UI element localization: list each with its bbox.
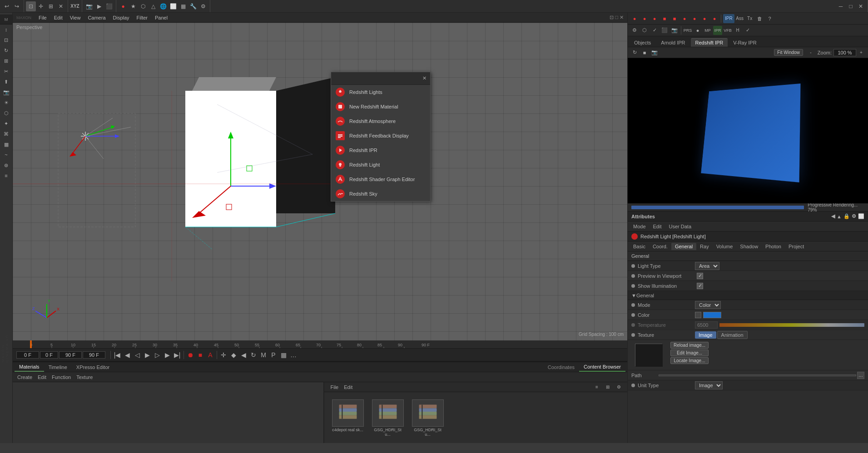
dropdown-item-shader[interactable]: Redshift Shader Graph Editor bbox=[331, 172, 430, 187]
rt-help[interactable]: ? bbox=[765, 14, 774, 23]
rt-trash[interactable]: 🗑 bbox=[755, 14, 764, 23]
tab-timeline[interactable]: Timeline bbox=[44, 363, 72, 371]
cb-edit[interactable]: Edit bbox=[341, 384, 355, 391]
window-maximize[interactable]: □ bbox=[846, 1, 856, 11]
attr-path-browse-btn[interactable]: … bbox=[857, 372, 864, 379]
mode-btn-3[interactable]: ⊞ bbox=[46, 1, 56, 11]
attr-sec-general[interactable]: General bbox=[671, 243, 696, 250]
playback-prev[interactable]: ◀ bbox=[238, 350, 248, 360]
playback-param[interactable]: P bbox=[268, 350, 278, 360]
current-frame-display[interactable]: 0 F bbox=[16, 351, 39, 359]
mode-btn-1[interactable]: ⊡ bbox=[26, 1, 36, 11]
render-to-picture[interactable]: ⬛ bbox=[104, 1, 114, 11]
rt2-btn-2[interactable]: ⬡ bbox=[640, 26, 649, 35]
dropdown-item-ipr[interactable]: Redshift IPR bbox=[331, 143, 430, 158]
menu-panel[interactable]: Panel bbox=[151, 14, 171, 21]
menu-edit[interactable]: Edit bbox=[50, 14, 66, 21]
sidebar-icon-move[interactable]: ↕ bbox=[1, 25, 11, 34]
window-close[interactable]: ✕ bbox=[856, 1, 866, 11]
ipr-stop[interactable]: ■ bbox=[640, 48, 649, 57]
cb-view-list[interactable]: ≡ bbox=[592, 382, 602, 392]
attr-sec-ray[interactable]: Ray bbox=[696, 243, 713, 250]
attr-mode-select[interactable]: Color bbox=[695, 301, 721, 309]
tab-coordinates[interactable]: Coordinates bbox=[543, 363, 579, 371]
sidebar-icon-particles[interactable]: ✦ bbox=[1, 118, 11, 128]
playback-more[interactable]: … bbox=[288, 350, 298, 360]
attr-illumination-checkbox[interactable]: ✓ bbox=[697, 283, 703, 289]
ipr-camera[interactable]: 📷 bbox=[650, 48, 659, 57]
sidebar-icon-camera[interactable]: 📷 bbox=[1, 87, 11, 97]
attr-edit-image-btn[interactable]: Edit Image... bbox=[670, 350, 709, 356]
tab-redshift-ipr[interactable]: Redshift IPR bbox=[691, 38, 728, 47]
rt-btn-9[interactable]: ● bbox=[710, 14, 719, 23]
attr-general-subheader[interactable]: ▼ General bbox=[628, 291, 868, 300]
undo-btn[interactable]: ↩ bbox=[2, 1, 12, 11]
attr-unit-type-select[interactable]: Image bbox=[695, 381, 723, 389]
playback-go-end[interactable]: ▶| bbox=[172, 350, 182, 360]
menu-display[interactable]: Display bbox=[109, 14, 133, 21]
playback-motion[interactable]: M bbox=[258, 350, 268, 360]
attr-sec-shadow[interactable]: Shadow bbox=[736, 243, 762, 250]
tab-objects[interactable]: Objects bbox=[630, 39, 655, 47]
rt-btn-4[interactable]: ■ bbox=[660, 14, 669, 23]
attr-locate-image-btn[interactable]: Locate Image... bbox=[670, 357, 709, 364]
attr-sec-coord[interactable]: Coord. bbox=[649, 243, 671, 250]
cb-item-1[interactable]: c4depot real sk... bbox=[330, 398, 366, 434]
dropdown-item-material[interactable]: New Redshift Material bbox=[331, 99, 430, 114]
menu-file[interactable]: File bbox=[35, 14, 50, 21]
menu-camera[interactable]: Camera bbox=[84, 14, 109, 21]
playback-record[interactable]: ⏺ bbox=[185, 350, 195, 360]
cb-item-3[interactable]: GSG_HDRI_Stu... bbox=[410, 398, 446, 438]
ipr-zoom-inc[interactable]: + bbox=[857, 48, 866, 57]
attr-expand[interactable]: ⬜ bbox=[858, 213, 864, 219]
attr-sec-photon[interactable]: Photon bbox=[762, 243, 785, 250]
sidebar-icon-rotate[interactable]: ↻ bbox=[1, 45, 11, 55]
sidebar-icon-knife[interactable]: ✂ bbox=[1, 66, 11, 76]
rt-tx[interactable]: Tx bbox=[745, 14, 754, 23]
menu-view[interactable]: View bbox=[66, 14, 84, 21]
playback-go-start[interactable]: |◀ bbox=[112, 350, 122, 360]
attr-color-swatch[interactable] bbox=[703, 312, 721, 318]
rt2-dot1[interactable]: ● bbox=[693, 26, 702, 35]
attr-arrow-left[interactable]: ◀ bbox=[831, 213, 835, 219]
rt2-check[interactable]: ✓ bbox=[743, 26, 752, 35]
mode-btn-2[interactable]: ✛ bbox=[36, 1, 46, 11]
playback-stop-record[interactable]: ■ bbox=[195, 350, 205, 360]
obj-btn-5[interactable]: 🌐 bbox=[158, 1, 168, 11]
sidebar-icon-light[interactable]: ☀ bbox=[1, 98, 11, 108]
playback-prev-frame[interactable]: ◀ bbox=[122, 350, 132, 360]
attr-settings[interactable]: ⚙ bbox=[852, 213, 856, 219]
mat-texture[interactable]: Texture bbox=[74, 374, 95, 381]
attr-path-input[interactable] bbox=[659, 374, 856, 376]
rt-btn-7[interactable]: ● bbox=[690, 14, 699, 23]
rt2-btn-3[interactable]: ✓ bbox=[650, 26, 659, 35]
playback-auto-key[interactable]: A bbox=[205, 350, 215, 360]
rt2-btn-1[interactable]: ⚙ bbox=[630, 26, 639, 35]
cb-settings[interactable]: ⚙ bbox=[614, 382, 624, 392]
playback-next-key[interactable]: ▷ bbox=[152, 350, 162, 360]
dropdown-item-feedback[interactable]: Redshift Feedback Display bbox=[331, 128, 430, 143]
sidebar-icon-extrude[interactable]: ⬆ bbox=[1, 77, 11, 87]
cb-view-grid[interactable]: ⊞ bbox=[603, 382, 613, 392]
mat-create[interactable]: Create bbox=[15, 374, 35, 381]
rt2-btn-4[interactable]: ⬛ bbox=[660, 26, 669, 35]
sidebar-icon-rig[interactable]: ⊛ bbox=[1, 160, 11, 170]
rt-btn-8[interactable]: ● bbox=[700, 14, 709, 23]
attr-tab-mode[interactable]: Mode bbox=[630, 223, 650, 230]
zoom-input[interactable]: 100 % bbox=[833, 49, 856, 56]
tab-xpresso[interactable]: XPresso Editor bbox=[72, 363, 114, 371]
tab-content-browser[interactable]: Content Browser bbox=[579, 363, 625, 372]
render-region[interactable]: ▶ bbox=[94, 1, 104, 11]
dropdown-item-lights[interactable]: Redshift Lights bbox=[331, 85, 430, 99]
attr-tab-userdata[interactable]: User Data bbox=[665, 223, 695, 230]
rt-ass[interactable]: Ass bbox=[735, 14, 744, 23]
attr-texture-image-btn[interactable]: Image bbox=[695, 331, 716, 339]
tab-vray-ipr[interactable]: V-Ray IPR bbox=[729, 39, 761, 47]
cb-item-2[interactable]: GSG_HDRI_Stu... bbox=[370, 398, 406, 438]
rt2-ipr[interactable]: IPR bbox=[713, 26, 722, 35]
window-minimize[interactable]: ─ bbox=[836, 1, 846, 11]
attr-light-type-select[interactable]: Area bbox=[695, 262, 719, 270]
playback-play[interactable]: ▶ bbox=[142, 350, 152, 360]
sidebar-icon-deformer[interactable]: ⌘ bbox=[1, 129, 11, 139]
attr-sec-volume[interactable]: Volume bbox=[713, 243, 737, 250]
